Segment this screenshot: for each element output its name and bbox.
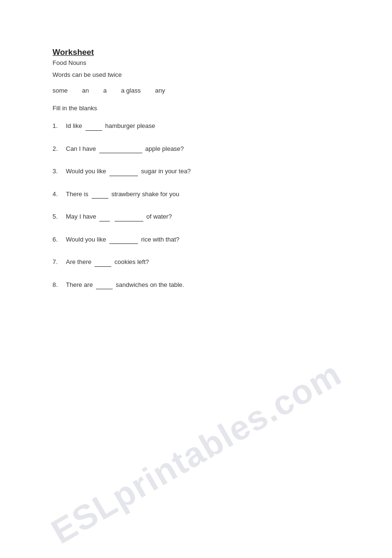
word-a: a xyxy=(103,87,106,94)
question-number-4: 4. xyxy=(53,190,66,198)
worksheet-page: Worksheet Food Nouns Words can be used t… xyxy=(0,0,392,558)
question-text-6: Would you like rice with that? xyxy=(66,235,180,244)
question-5: 5. May I have of water? xyxy=(53,212,339,221)
word-a-glass: a glass xyxy=(121,87,141,94)
blank-7[interactable] xyxy=(95,260,111,267)
question-text-3: Would you like sugar in your tea? xyxy=(66,167,191,176)
question-number-1: 1. xyxy=(53,122,66,129)
question-text-7: Are there cookies left? xyxy=(66,257,149,267)
subtitle: Food Nouns xyxy=(53,59,339,66)
blank-5b[interactable] xyxy=(115,215,143,221)
question-number-7: 7. xyxy=(53,258,66,265)
question-1: 1. Id like hamburger please xyxy=(53,121,339,131)
blank-8[interactable] xyxy=(96,283,113,289)
question-text-2: Can I have apple please? xyxy=(66,144,184,154)
question-text-1: Id like hamburger please xyxy=(66,121,155,131)
question-number-2: 2. xyxy=(53,145,66,152)
words-note: Words can be used twice xyxy=(53,71,339,78)
question-3: 3. Would you like sugar in your tea? xyxy=(53,167,339,176)
fill-instruction: Fill in the blanks xyxy=(53,105,339,112)
blank-5a[interactable] xyxy=(99,215,110,221)
word-bank: some an a a glass any xyxy=(53,87,339,94)
watermark: ESLprintables.com xyxy=(44,354,348,551)
word-any: any xyxy=(155,87,165,94)
blank-4[interactable] xyxy=(92,192,108,199)
question-text-4: There is strawberry shake for you xyxy=(66,190,180,199)
question-2: 2. Can I have apple please? xyxy=(53,144,339,154)
blank-3[interactable] xyxy=(109,169,138,176)
questions-list: 1. Id like hamburger please 2. Can I hav… xyxy=(53,121,339,289)
question-text-8: There are sandwiches on the table. xyxy=(66,280,184,290)
blank-1[interactable] xyxy=(85,124,102,131)
word-an: an xyxy=(82,87,89,94)
question-number-5: 5. xyxy=(53,213,66,220)
question-text-5: May I have of water? xyxy=(66,212,172,221)
question-8: 8. There are sandwiches on the table. xyxy=(53,280,339,290)
question-number-3: 3. xyxy=(53,168,66,175)
question-4: 4. There is strawberry shake for you xyxy=(53,190,339,199)
question-number-8: 8. xyxy=(53,281,66,288)
worksheet-title: Worksheet xyxy=(53,48,339,57)
word-some: some xyxy=(53,87,68,94)
question-number-6: 6. xyxy=(53,236,66,243)
question-6: 6. Would you like rice with that? xyxy=(53,235,339,244)
blank-6[interactable] xyxy=(109,237,138,244)
question-7: 7. Are there cookies left? xyxy=(53,257,339,267)
blank-2[interactable] xyxy=(99,147,142,153)
